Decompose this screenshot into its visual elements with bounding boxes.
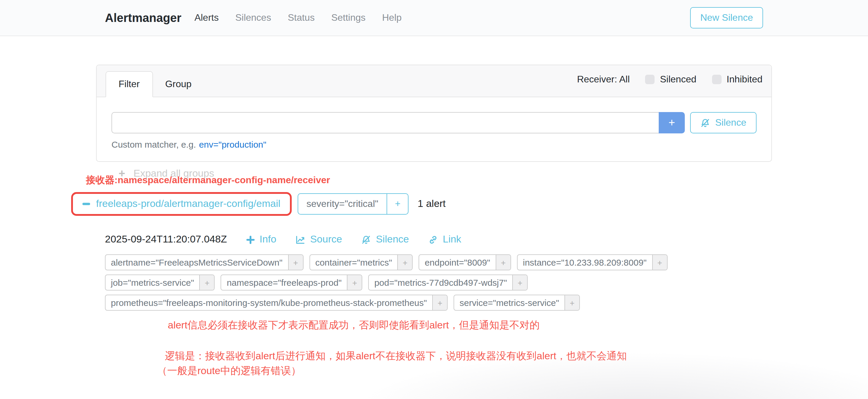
label-add-button[interactable]: + [495, 255, 510, 270]
alert-source-button[interactable]: Source [295, 234, 342, 245]
annotation-note-2: 逻辑是：接收器收到alert后进行通知，如果alert不在接收器下，说明接收器没… [165, 348, 868, 363]
nav-item-alerts[interactable]: Alerts [194, 12, 219, 23]
annotation-note-3: （一般是route中的逻辑有错误） [157, 363, 868, 378]
alert-info-button[interactable]: Info [246, 234, 276, 245]
label-add-button[interactable]: + [347, 275, 362, 290]
app-brand[interactable]: Alertmanager [105, 11, 181, 25]
annotation-note-1: alert信息必须在接收器下才表示配置成功，否则即使能看到alert，但是通知是… [168, 319, 868, 331]
annotation-highlight-box: freeleaps-prod/alertmanager-config/email [71, 192, 292, 216]
alert-item: 2025-09-24T11:20:07.048Z Info Source [105, 233, 868, 311]
receiver-dropdown[interactable]: Receiver: All [577, 74, 630, 85]
group-matcher-label: severity="critical" [298, 194, 386, 214]
filter-card: Filter Group Receiver: All Silenced Inhi… [96, 65, 772, 162]
filter-card-body: + Silence Custom matcher, e.g.env="produ… [97, 97, 771, 161]
matcher-hint: Custom matcher, e.g.env="production" [112, 139, 756, 149]
plus-icon [246, 235, 255, 244]
label-namespace: namespace="freeleaps-prod"+ [221, 275, 363, 290]
label-job: job="metrics-service"+ [105, 275, 215, 290]
matcher-input[interactable] [112, 112, 659, 133]
nav-item-silences[interactable]: Silences [236, 12, 271, 23]
group-matcher-add-button[interactable]: + [386, 194, 408, 214]
alert-timestamp: 2025-09-24T11:20:07.048Z [105, 234, 227, 245]
label-prometheus: prometheus="freeleaps-monitoring-system/… [105, 295, 447, 311]
chart-icon [295, 235, 305, 245]
group-receiver-button[interactable]: freeleaps-prod/alertmanager-config/email [78, 196, 285, 212]
label-container: container="metrics"+ [309, 254, 413, 270]
bell-slash-icon [361, 235, 371, 245]
filter-card-header: Filter Group Receiver: All Silenced Inhi… [97, 65, 771, 97]
minus-icon [83, 203, 90, 205]
alert-link-button[interactable]: Link [428, 234, 461, 245]
nav-links: Alerts Silences Status Settings Help [194, 12, 402, 23]
new-silence-button[interactable]: New Silence [690, 7, 763, 28]
label-service: service="metrics-service"+ [454, 295, 580, 311]
nav-item-settings[interactable]: Settings [331, 12, 366, 23]
alertmanager-page: Alertmanager Alerts Silences Status Sett… [0, 0, 868, 399]
annotation-receiver-note: 接收器:namespace/altermanager-config-name/r… [86, 174, 868, 186]
silence-filter-button[interactable]: Silence [690, 112, 756, 133]
silenced-checkbox[interactable] [645, 74, 655, 84]
label-add-button[interactable]: + [288, 255, 303, 270]
alert-silence-button[interactable]: Silence [361, 234, 409, 245]
label-add-button[interactable]: + [512, 275, 527, 290]
label-add-button[interactable]: + [397, 255, 412, 270]
matcher-example-link[interactable]: env="production" [199, 139, 266, 149]
alert-labels: alertname="FreeleapsMetricsServiceDown"+… [105, 254, 868, 311]
label-add-button[interactable]: + [652, 255, 667, 270]
label-alertname: alertname="FreeleapsMetricsServiceDown"+ [105, 254, 303, 270]
inhibited-label: Inhibited [726, 74, 763, 85]
add-matcher-button[interactable]: + [659, 112, 685, 133]
label-instance: instance="10.233.98.209:8009"+ [517, 254, 668, 270]
silence-filter-label: Silence [715, 117, 746, 128]
bell-slash-icon [701, 118, 711, 128]
nav-item-help[interactable]: Help [382, 12, 402, 23]
label-add-button[interactable]: + [199, 275, 214, 290]
tab-filter[interactable]: Filter [105, 71, 153, 97]
silenced-checkbox-group[interactable]: Silenced [645, 74, 696, 85]
label-add-button[interactable]: + [564, 295, 579, 310]
link-icon [428, 235, 438, 245]
tab-group[interactable]: Group [153, 72, 204, 97]
label-pod: pod="metrics-77d9cdb497-wdsj7"+ [369, 275, 528, 290]
inhibited-checkbox[interactable] [712, 74, 721, 84]
alert-count: 1 alert [418, 198, 446, 210]
nav-item-status[interactable]: Status [288, 12, 315, 23]
group-matcher-chip[interactable]: severity="critical" + [298, 193, 409, 215]
label-add-button[interactable]: + [432, 295, 447, 310]
inhibited-checkbox-group[interactable]: Inhibited [712, 74, 763, 85]
silenced-label: Silenced [660, 74, 696, 85]
label-endpoint: endpoint="8009"+ [419, 254, 511, 270]
alert-group-row: freeleaps-prod/alertmanager-config/email… [71, 192, 868, 216]
group-receiver-label: freeleaps-prod/alertmanager-config/email [96, 198, 280, 210]
top-nav: Alertmanager Alerts Silences Status Sett… [0, 0, 868, 36]
